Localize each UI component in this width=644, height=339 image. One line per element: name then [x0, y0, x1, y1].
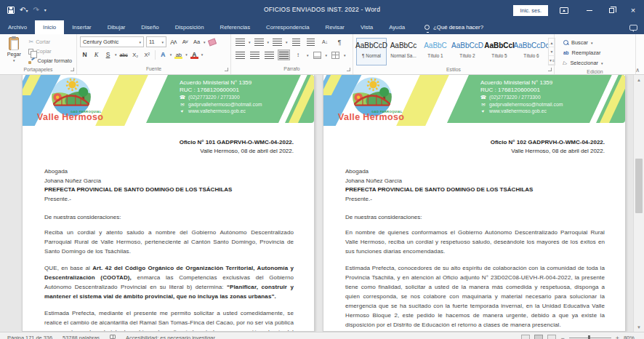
letterhead: Acuerdo Ministerial N° 1359 RUC : 176812…: [23, 75, 314, 126]
zoom-level[interactable]: 80%: [624, 335, 637, 339]
zoom-slider-thumb[interactable]: [588, 335, 590, 339]
tab-disposicion[interactable]: Disposición: [167, 20, 212, 34]
tell-me-label: ¿Qué desea hacer?: [433, 24, 483, 31]
align-left-icon: [236, 52, 245, 59]
vertical-scrollbar[interactable]: ▲ ▼: [633, 75, 644, 332]
style-t-tulo-6[interactable]: AaBbCcDcTítulo 6: [516, 38, 547, 65]
change-case-button[interactable]: [192, 37, 201, 47]
justify-button[interactable]: [278, 49, 290, 60]
highlight-button[interactable]: [174, 49, 183, 60]
paragraph-dialog-launcher[interactable]: [347, 68, 350, 71]
shrink-font-button[interactable]: [180, 37, 190, 47]
styles-dialog-launcher[interactable]: [548, 68, 552, 71]
accessibility-status[interactable]: Accesibilidad: es necesario investigar: [126, 335, 215, 339]
font-color-button[interactable]: [190, 49, 199, 60]
strikethrough-button[interactable]: [119, 49, 129, 60]
web-layout-button[interactable]: [547, 335, 556, 339]
bold-button[interactable]: [80, 49, 89, 60]
tab-revisar[interactable]: Revisar: [318, 20, 353, 34]
tab-ayuda[interactable]: Ayuda: [381, 20, 413, 34]
subscript-button[interactable]: [131, 49, 140, 60]
clipboard-dialog-launcher[interactable]: [71, 68, 74, 71]
tab-diseno[interactable]: Diseño: [133, 20, 166, 34]
copy-button[interactable]: Copiar: [27, 47, 73, 56]
shading-button[interactable]: [311, 49, 323, 60]
body-paragraph: QUE, en base al Art. 42 del Código Orgán…: [44, 263, 294, 301]
undo-icon[interactable]: ↶▾: [20, 7, 28, 15]
align-center-icon: [250, 52, 259, 59]
grow-font-button[interactable]: [169, 37, 178, 47]
tell-me-box[interactable]: ¿Qué desea hacer?: [424, 20, 483, 34]
style-t-tulo-2[interactable]: AaBbCcDTítulo 2: [452, 38, 483, 65]
collapse-ribbon-icon[interactable]: ∧: [635, 67, 640, 73]
sort-button[interactable]: [319, 36, 331, 47]
tab-insertar[interactable]: Insertar: [64, 20, 99, 34]
find-button[interactable]: Buscar▾: [563, 38, 603, 47]
align-left-button[interactable]: [234, 49, 246, 60]
page-indicator[interactable]: Página 171 de 336: [7, 335, 52, 339]
paste-button[interactable]: Pegar ▾: [3, 36, 25, 65]
comments-icon[interactable]: [629, 25, 637, 31]
text-effects-button[interactable]: [158, 49, 168, 60]
increase-indent-button[interactable]: [305, 36, 317, 47]
restore-button[interactable]: [600, 0, 622, 20]
zoom-slider[interactable]: [569, 338, 611, 338]
word-count[interactable]: 53788 palabras: [63, 335, 100, 339]
website-text: www.vallehermoso.gob.ec: [188, 108, 246, 115]
cut-button[interactable]: Cortar: [27, 37, 73, 47]
gad-logo: GAD PARROQUIAL Valle Hermoso: [40, 76, 142, 118]
replace-button[interactable]: Reemplazar: [563, 48, 603, 57]
scroll-up-icon[interactable]: ▲: [634, 75, 644, 84]
multilevel-list-button[interactable]: [271, 36, 283, 47]
recipient-line: PREFECTA PROVINCIAL DE SANTO DOMINGO DE …: [345, 186, 603, 195]
bullets-button[interactable]: [234, 36, 246, 47]
save-icon[interactable]: [7, 7, 15, 14]
ribbon-display-options-icon[interactable]: [560, 7, 568, 14]
minimize-button[interactable]: [579, 0, 600, 20]
font-dialog-launcher[interactable]: [225, 68, 228, 71]
recipient-line: Johana Núñez García: [44, 177, 292, 186]
superscript-button[interactable]: [142, 49, 152, 60]
tab-correspondencia[interactable]: Correspondencia: [258, 20, 317, 34]
style--normal[interactable]: AaBbCcD¶ Normal: [356, 38, 387, 65]
tab-vista[interactable]: Vista: [353, 20, 381, 34]
tab-archivo[interactable]: Archivo: [0, 20, 35, 34]
show-formatting-button[interactable]: [334, 36, 346, 47]
align-center-button[interactable]: [249, 49, 261, 60]
font-size-select[interactable]: 11▾: [146, 36, 166, 47]
document-page-2[interactable]: Acuerdo Ministerial N° 1359 RUC : 176812…: [323, 75, 626, 332]
style-t-tulo-1[interactable]: AaBbCTítulo 1: [420, 38, 451, 65]
close-button[interactable]: ×: [622, 0, 644, 20]
print-layout-button[interactable]: [534, 335, 543, 339]
zoom-out-icon[interactable]: −: [560, 335, 564, 339]
scroll-down-icon[interactable]: ▼: [634, 322, 644, 332]
zoom-in-icon[interactable]: +: [616, 335, 619, 339]
line-spacing-button[interactable]: [292, 49, 305, 60]
decrease-indent-button[interactable]: [290, 36, 302, 47]
decrease-indent-icon: [292, 39, 300, 46]
ribbon: Pegar ▾ Cortar Copiar Copiar formato Por…: [0, 34, 644, 75]
cursor-arrow-icon: [563, 60, 567, 66]
borders-button[interactable]: [329, 49, 342, 60]
tab-inicio[interactable]: Inicio: [35, 20, 64, 34]
underline-button[interactable]: [103, 49, 113, 60]
ruc-text: RUC : 1768120600001: [480, 87, 619, 94]
tab-dibujar[interactable]: Dibujar: [100, 20, 134, 34]
sign-in-button[interactable]: Inic. ses.: [513, 5, 548, 16]
select-button[interactable]: Seleccionar▾: [563, 58, 603, 68]
font-family-select[interactable]: Century Gothic▾: [80, 36, 144, 47]
numbering-button[interactable]: [253, 36, 265, 47]
scrollbar-thumb[interactable]: [635, 159, 643, 213]
tab-referencias[interactable]: Referencias: [212, 20, 259, 34]
proofing-status[interactable]: [110, 335, 116, 339]
style-normal-sa-[interactable]: AaBbCcNormal Sa...: [388, 38, 419, 65]
document-canvas[interactable]: Acuerdo Ministerial N° 1359 RUC : 176812…: [0, 75, 644, 332]
style-t-tulo-5[interactable]: AaBbCcITítulo 5: [484, 38, 515, 65]
align-right-button[interactable]: [263, 49, 275, 60]
customize-qat-icon[interactable]: ▾: [44, 7, 47, 14]
format-painter-button[interactable]: Copiar formato: [27, 56, 73, 65]
read-mode-button[interactable]: [521, 335, 530, 339]
italic-button[interactable]: [92, 49, 101, 60]
clear-formatting-button[interactable]: [208, 37, 217, 47]
document-page-1[interactable]: Acuerdo Ministerial N° 1359 RUC : 176812…: [22, 75, 315, 332]
